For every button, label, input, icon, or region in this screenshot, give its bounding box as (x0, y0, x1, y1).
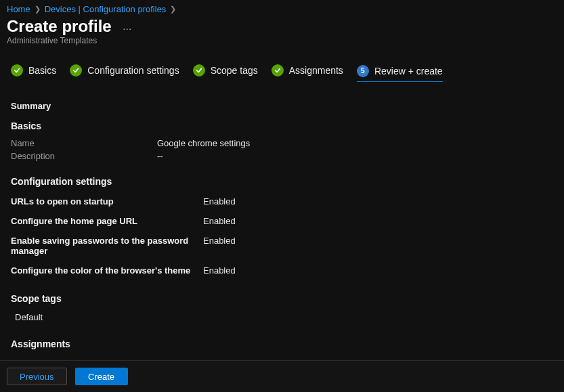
step-label: Assignments (289, 65, 343, 76)
basics-description-label: Description (11, 151, 157, 161)
step-assignments[interactable]: Assignments (272, 64, 343, 82)
chevron-right-icon: ❯ (170, 5, 176, 13)
step-label: Configuration settings (87, 65, 179, 76)
wizard-content: Summary Basics Name Google chrome settin… (0, 89, 564, 392)
step-configuration-settings[interactable]: Configuration settings (70, 64, 179, 82)
step-number-icon: 5 (357, 65, 369, 77)
config-label: URLs to open on startup (11, 196, 203, 206)
wizard-steps: Basics Configuration settings Scope tags… (0, 52, 564, 89)
check-icon (11, 64, 23, 77)
wizard-footer: Previous Create (0, 360, 564, 392)
basics-description-value: -- (157, 151, 163, 161)
config-value: Enabled (203, 236, 236, 246)
step-label: Scope tags (211, 65, 258, 76)
basics-name-row: Name Google chrome settings (11, 138, 553, 148)
step-basics[interactable]: Basics (11, 64, 56, 82)
basics-name-label: Name (11, 138, 157, 148)
chevron-right-icon: ❯ (35, 5, 41, 13)
breadcrumb-devices-link[interactable]: Devices | Configuration profiles (45, 4, 167, 14)
breadcrumb-home-link[interactable]: Home (7, 4, 30, 14)
step-label: Basics (28, 65, 56, 76)
step-scope-tags[interactable]: Scope tags (193, 64, 258, 82)
scope-tags-heading: Scope tags (11, 293, 553, 304)
breadcrumb: Home ❯ Devices | Configuration profiles … (0, 0, 564, 14)
page-title: Create profile (7, 17, 112, 36)
config-row: Configure the color of the browser's the… (11, 265, 553, 276)
previous-button[interactable]: Previous (7, 368, 67, 385)
assignments-heading: Assignments (11, 339, 553, 349)
config-value: Enabled (203, 216, 236, 226)
step-number: 5 (361, 68, 365, 74)
step-review-create[interactable]: 5 Review + create (357, 65, 443, 82)
step-label: Review + create (374, 66, 443, 77)
create-button[interactable]: Create (75, 368, 128, 385)
page-subtitle: Administrative Templates (0, 36, 564, 52)
config-label: Enable saving passwords to the password … (11, 236, 203, 256)
config-label: Configure the home page URL (11, 216, 203, 226)
config-value: Enabled (203, 196, 236, 206)
config-row: Enable saving passwords to the password … (11, 236, 553, 256)
basics-name-value: Google chrome settings (157, 138, 250, 148)
check-icon (193, 64, 205, 77)
title-row: Create profile … (0, 14, 564, 36)
more-actions-button[interactable]: … (120, 21, 135, 32)
config-value: Enabled (203, 265, 236, 276)
config-row: Configure the home page URL Enabled (11, 216, 553, 226)
basics-description-row: Description -- (11, 151, 553, 161)
config-row: URLs to open on startup Enabled (11, 196, 553, 206)
scope-tag-value: Default (11, 311, 553, 324)
summary-heading: Summary (11, 101, 553, 111)
check-icon (272, 64, 284, 77)
check-icon (70, 64, 82, 77)
config-settings-heading: Configuration settings (11, 176, 553, 187)
config-label: Configure the color of the browser's the… (11, 265, 203, 276)
basics-heading: Basics (11, 121, 553, 131)
